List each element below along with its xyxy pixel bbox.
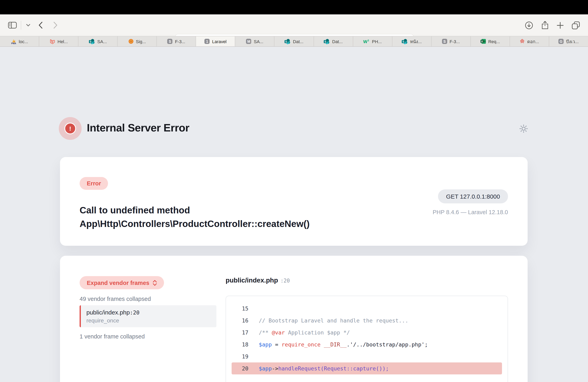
expand-vendor-frames-label: Expand vendor frames: [87, 280, 149, 286]
line-number: 18: [231, 341, 248, 348]
svg-text:S: S: [325, 40, 326, 43]
code-line-ref: :20: [280, 278, 290, 284]
share-icon[interactable]: [541, 21, 549, 30]
browser-tab[interactable]: MSA...: [235, 36, 274, 46]
code-text: /** @var Application $app */: [259, 329, 350, 336]
tab-label: Hel...: [58, 39, 68, 44]
tab-label: Laravel: [212, 39, 227, 44]
code-text: $app->handleRequest(Request::capture());: [259, 365, 389, 372]
stack-trace-card: Expand vendor frames 49 vendor frames co…: [60, 256, 528, 382]
line-number: 20: [231, 365, 248, 372]
vendor-frames-collapsed-below: 1 vendor frame collapsed: [80, 333, 145, 340]
tab-label: Dat...: [293, 39, 304, 44]
code-snippet: 1516// Bootstrap Laravel and handle the …: [226, 296, 508, 382]
line-number: 16: [231, 317, 248, 324]
svg-text:PMA: PMA: [11, 42, 16, 44]
code-line-highlighted: 20$app->handleRequest(Request::capture()…: [231, 363, 502, 374]
browser-tab[interactable]: XReq...: [471, 36, 510, 46]
error-message: Call to undefined method App\Http\Contro…: [80, 203, 310, 230]
tab-overview-icon[interactable]: [572, 21, 580, 29]
phpmyadmin-favicon: PMA: [11, 38, 16, 44]
vendor-frames-collapsed-above: 49 vendor frames collapsed: [80, 296, 151, 302]
code-line: 17/** @var Application $app */: [231, 326, 502, 339]
toolbar-divider: [21, 21, 21, 30]
browser-tab[interactable]: SDat...: [274, 36, 314, 46]
browser-toolbar: 127.0.0.1 A文 ↻: [0, 14, 588, 36]
versions-text: PHP 8.4.6 — Laravel 12.18.0: [433, 209, 508, 215]
browser-tab[interactable]: SSA...: [78, 36, 118, 46]
theme-toggle-sun-icon[interactable]: [519, 124, 528, 135]
request-method-badge: GET 127.0.0.1:8000: [438, 190, 508, 203]
browser-tab[interactable]: SF-3...: [431, 36, 471, 46]
tab-label: หนัง...: [410, 38, 422, 45]
letter-badge-favicon: G: [558, 39, 564, 44]
new-tab-icon[interactable]: [557, 22, 564, 29]
letter-badge-favicon: 1: [205, 39, 210, 44]
expand-vendor-frames-button[interactable]: Expand vendor frames: [80, 276, 164, 289]
letter-badge-favicon: S: [168, 39, 173, 44]
sharepoint-favicon: S: [285, 38, 291, 44]
sharepoint-favicon: S: [402, 38, 408, 44]
tab-label: Sig...: [136, 39, 146, 44]
line-number: 15: [231, 305, 248, 312]
code-line: 16// Bootstrap Laravel and handle the re…: [231, 314, 502, 326]
chevrons-up-down-icon: [153, 280, 157, 286]
code-text: $app = require_once __DIR__.'/../bootstr…: [259, 341, 428, 348]
sidebar-chevron-down-icon[interactable]: [26, 24, 30, 27]
tab-label: Dat...: [332, 39, 343, 44]
exclamation-circle-icon: !: [64, 123, 76, 134]
browser-window: 127.0.0.1 A文 ↻: [0, 0, 588, 382]
line-number: 17: [231, 329, 248, 336]
tab-label: SA...: [97, 39, 107, 44]
browser-tab[interactable]: Hel...: [39, 36, 78, 46]
sharepoint-favicon: S: [324, 38, 330, 44]
code-line: 19: [231, 350, 502, 363]
code-text: // Bootstrap Laravel and handle the requ…: [259, 317, 408, 324]
tab-label: บึงเว...: [566, 38, 579, 45]
browser-tab[interactable]: SF-3...: [157, 36, 196, 46]
letter-badge-favicon: S: [442, 39, 447, 44]
browser-tab[interactable]: 1Laravel: [196, 36, 235, 46]
sharepoint-favicon: S: [89, 38, 95, 44]
browser-tab[interactable]: W3PH...: [353, 36, 392, 46]
line-number: 19: [231, 353, 248, 360]
tab-label: F-3...: [175, 39, 185, 44]
svg-text:S: S: [90, 40, 92, 43]
svg-text:S: S: [285, 40, 287, 43]
code-snippet-header: public/index.php:20: [226, 277, 290, 284]
red-chevrons-favicon: [520, 39, 525, 44]
browser-tab[interactable]: ดอก...: [510, 36, 549, 46]
error-status-icon: !: [59, 117, 82, 140]
code-line: 18$app = require_once __DIR__.'/../boots…: [231, 339, 502, 350]
tab-label: PH...: [372, 39, 382, 44]
letter-badge-favicon: M: [246, 39, 252, 44]
tab-label: ดอก...: [527, 38, 539, 45]
browser-tab[interactable]: SDat...: [314, 36, 353, 46]
svg-text:W: W: [363, 39, 367, 44]
menu-bar: [0, 0, 588, 14]
browser-tab[interactable]: Sหนัง...: [392, 36, 431, 46]
w3schools-favicon: W3: [363, 39, 370, 44]
orange-site-favicon: [128, 39, 133, 44]
tab-strip: PMAloc...Hel...SSA...Sig...SF-3...1Larav…: [0, 36, 588, 47]
laravel-favicon: [50, 38, 55, 44]
error-summary-card: Error Call to undefined method App\Http\…: [60, 157, 528, 246]
code-line: 15: [231, 303, 502, 314]
excel-favicon: X: [480, 39, 486, 44]
error-message-line1: Call to undefined method: [80, 203, 310, 217]
tab-label: F-3...: [450, 39, 460, 44]
stack-frame-function: require_once: [86, 317, 211, 324]
svg-text:S: S: [402, 40, 404, 43]
forward-button[interactable]: [53, 21, 58, 29]
error-type-badge: Error: [80, 177, 108, 190]
browser-tab[interactable]: Sig...: [118, 36, 157, 46]
tab-label: loc...: [19, 39, 28, 44]
back-button[interactable]: [38, 21, 43, 29]
error-page: ! Internal Server Error Error Call to un…: [0, 47, 588, 382]
tab-label: Req...: [488, 39, 500, 44]
stack-frame-item[interactable]: public/index.php:20 require_once: [80, 305, 216, 327]
downloads-icon[interactable]: [525, 21, 533, 29]
sidebar-toggle-icon[interactable]: [8, 21, 17, 29]
browser-tab[interactable]: Gบึงเว...: [549, 36, 588, 46]
browser-tab[interactable]: PMAloc...: [0, 36, 39, 46]
